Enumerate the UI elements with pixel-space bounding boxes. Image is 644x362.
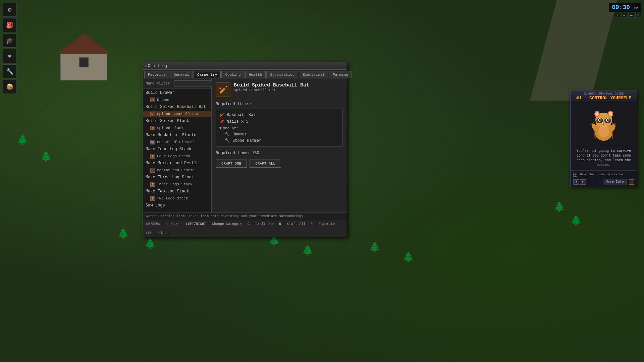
tree: 🌲 [17, 134, 29, 145]
house-window [79, 57, 89, 67]
list-item[interactable]: 🪣 Bucket of Plaster [143, 139, 211, 145]
svg-point-4 [595, 112, 599, 116]
guide-body-text: You're not going to survive long if you … [571, 146, 637, 170]
clock-ampm: PM [634, 6, 638, 10]
guide-checkbox-row: ✓ Show the guide on startup [573, 173, 634, 177]
guide-show-startup-checkbox[interactable]: ✓ [573, 173, 577, 177]
house-walls [60, 54, 107, 80]
svg-line-18 [591, 123, 592, 125]
stone-hammer-icon: 🔨 [225, 138, 230, 143]
hud-icon-container[interactable]: 📦 [3, 80, 17, 94]
item-category-plaster[interactable]: Make Bucket of Plaster [143, 131, 211, 139]
craft-buttons: CRAFT ONE CRAFT ALL [216, 160, 343, 168]
list-item[interactable]: 🪵 Four Logs Stack [143, 153, 211, 159]
craft-all-button[interactable]: CRAFT ALL [250, 160, 281, 168]
guide-footer: ✓ Show the guide on startup ◄ ► More Inf… [571, 170, 637, 187]
guide-prev-button[interactable]: ◄ [573, 179, 579, 185]
guide-title-line1: ZOMBOID SURVIVAL GUIDE [573, 92, 634, 96]
recipe-name: Build Spiked Baseball Bat [234, 82, 309, 88]
item-icon: 🪵 [150, 154, 155, 159]
tab-survivalist[interactable]: Survivalist [266, 71, 298, 78]
guide-next-button[interactable]: ► [580, 179, 586, 185]
window-title: Crafting [148, 64, 167, 68]
item-icon: 🪵 [150, 126, 155, 130]
tab-farming[interactable]: Farming [329, 71, 352, 78]
detail-panel: 🏏 Build Spiked Baseball Bat Spiked Baseb… [212, 78, 347, 213]
tree: 🌲 [144, 238, 156, 249]
list-item[interactable]: 🗄 Drawer [143, 97, 211, 103]
req-item-nails: 📌 Nails x 5 [219, 118, 339, 125]
item-list-panel: Name Filter: Build Drawer 🗄 Drawer Build… [143, 78, 212, 213]
tree: 🌲 [117, 228, 129, 239]
media-pause[interactable]: ⏸ [614, 13, 620, 17]
recipe-name-block: Build Spiked Baseball Bat Spiked Basebal… [234, 82, 309, 92]
guide-close-button[interactable]: ✕ [629, 179, 634, 185]
item-category-three-log[interactable]: Make Three-Log Stack [143, 173, 211, 181]
hotkey-f: F = Favorite [311, 222, 335, 226]
list-item[interactable]: 🪵 Spiked Plank [143, 125, 211, 131]
item-category-spiked-bat[interactable]: Build Spiked Baseball Bat [143, 103, 211, 111]
more-info-button[interactable]: More Info [603, 179, 627, 185]
tab-carpentry[interactable]: Carpentry [194, 71, 221, 78]
list-item-selected[interactable]: 🏏 Spiked Baseball Bat [143, 111, 211, 117]
required-time-value: 150 [252, 151, 259, 156]
hud-icon-skills[interactable]: 🎓 [3, 34, 17, 48]
tab-health[interactable]: Health [245, 71, 266, 78]
req-group-one-of: ▼ One of: [219, 125, 339, 131]
required-time: Required time: 150 [216, 151, 343, 156]
baseball-bat-icon: 🏏 [219, 113, 224, 117]
footer-note: Note: Crafting items taken from both inv… [146, 215, 343, 218]
minimize-icon[interactable]: _ [341, 63, 343, 69]
tab-favorite[interactable]: Favorite [144, 71, 169, 78]
window-body: Name Filter: Build Drawer 🗄 Drawer Build… [143, 78, 347, 213]
svg-point-12 [600, 119, 600, 120]
hammer-icon: 🔨 [225, 132, 230, 137]
tree: 🌲 [369, 241, 381, 253]
required-items-label: Required items: [216, 102, 343, 107]
item-category-two-log[interactable]: Make Two-Log Stack [143, 187, 211, 195]
list-item[interactable]: 🪵 Three Logs Stack [143, 181, 211, 187]
tab-cooking[interactable]: Cooking [221, 71, 244, 78]
tree: 🌲 [553, 201, 565, 213]
raccoon-image [587, 104, 621, 144]
clock-time: 09:30 [612, 4, 630, 11]
hud-icon-health[interactable]: ❤ [3, 49, 17, 63]
item-category-four-log[interactable]: Make Four-Log Stack [143, 145, 211, 153]
guide-panel: ZOMBOID SURVIVAL GUIDE #1 - CONTROL YOUR… [570, 90, 637, 187]
item-category-spiked-plank[interactable]: Build Spiked Plank [143, 117, 211, 125]
hotkey-leftright: LEFT/RIGHT = Change Category [186, 222, 242, 226]
req-item-baseball-bat: 🏏 Baseball Bat [219, 112, 339, 118]
list-item[interactable]: 🪵 Two Logs Stack [143, 195, 211, 201]
hotkey-updown: UP/DOWN = Up/Down [146, 222, 180, 226]
tab-general[interactable]: General [170, 71, 193, 78]
svg-point-13 [608, 119, 608, 120]
item-category-build-drawer[interactable]: Build Drawer [143, 89, 211, 97]
tree: 🌲 [40, 151, 52, 162]
list-item[interactable]: ⚗ Mortar and Pestle [143, 167, 211, 173]
close-icon[interactable]: ✕ [145, 64, 148, 68]
media-grid[interactable]: ⊞ [635, 13, 641, 17]
recipe-header: 🏏 Build Spiked Baseball Bat Spiked Baseb… [216, 82, 343, 97]
hud-icon-settings[interactable]: ⚙ [3, 3, 17, 17]
media-controls: ⏸ ▶ ▶▶ ⊞ [614, 13, 641, 17]
hud-icon-inventory[interactable]: 🎒 [3, 18, 17, 32]
window-titlebar: ✕ Crafting _ [143, 62, 347, 70]
item-category-saw-logs[interactable]: Saw Logs [143, 201, 211, 209]
item-category-mortar[interactable]: Make Mortar and Pestle [143, 159, 211, 167]
req-sub-hammer: 🔨 Hammer [219, 131, 339, 137]
house [57, 34, 111, 77]
window-footer: Note: Crafting items taken from both inv… [143, 213, 347, 220]
item-list-scroll[interactable]: Build Drawer 🗄 Drawer Build Spiked Baseb… [143, 89, 211, 213]
media-fast[interactable]: ▶▶ [628, 13, 634, 17]
guide-nav-row: ◄ ► More Info ✕ [573, 179, 634, 185]
recipe-icon: 🏏 [219, 85, 228, 95]
craft-one-button[interactable]: CRAFT ONE [216, 160, 247, 168]
guide-title-prefix: #1 - [576, 96, 589, 101]
req-sub-stone-hammer: 🔨 Stone Hammer [219, 137, 339, 144]
guide-checkbox-label: Show the guide on startup [579, 173, 625, 176]
tab-electrical[interactable]: Electrical [299, 71, 328, 78]
hud-icon-crafting[interactable]: 🔧 [3, 64, 17, 78]
guide-nav-buttons: ◄ ► [573, 179, 586, 185]
media-play[interactable]: ▶ [621, 13, 627, 17]
requirements-box: 🏏 Baseball Bat 📌 Nails x 5 ▼ One of: 🔨 H… [216, 109, 343, 147]
